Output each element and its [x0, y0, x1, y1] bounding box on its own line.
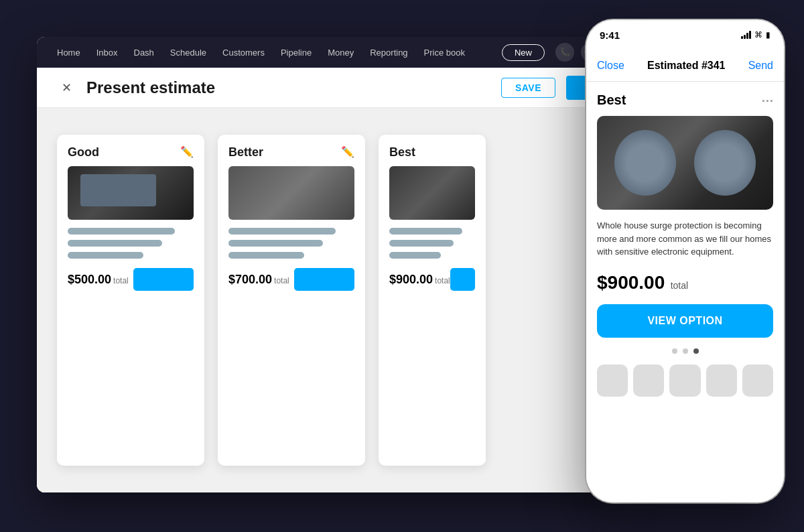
more-options-icon[interactable]: ⋯	[761, 93, 773, 108]
card-line	[228, 240, 323, 247]
better-card-select-button[interactable]	[294, 268, 354, 291]
card-line	[68, 228, 175, 235]
content-area: ✕ Present estimate SAVE Good ✏️ $500.00t…	[37, 68, 613, 492]
battery-icon: ▮	[766, 30, 770, 40]
mobile-section-title: Best ⋯	[597, 92, 773, 108]
best-card-price: $900.00total	[389, 273, 450, 287]
phone-icon[interactable]: 📞	[555, 43, 574, 62]
nav-dash[interactable]: Dash	[127, 45, 161, 60]
pagination-dot-3[interactable]	[693, 348, 699, 354]
best-card-footer: $900.00total	[389, 268, 475, 291]
card-line	[389, 240, 454, 247]
view-option-button[interactable]: VIEW OPTION	[597, 304, 773, 338]
page-title: Present estimate	[86, 78, 490, 97]
best-card-image	[389, 166, 475, 220]
better-card-title: Better	[228, 145, 354, 159]
better-card-price: $700.00total	[228, 273, 289, 287]
thumbnail-row	[597, 364, 773, 397]
mobile-close-button[interactable]: Close	[597, 60, 624, 72]
mobile-price-label: total	[671, 280, 688, 291]
status-bar: 9:41 ⌘ ▮	[586, 20, 784, 50]
good-card-select-button[interactable]	[133, 268, 194, 291]
best-card: Best $900.00total	[379, 135, 486, 466]
best-card-select-button[interactable]	[450, 268, 475, 291]
pagination-dot-1[interactable]	[672, 348, 677, 354]
pagination-dots	[597, 348, 773, 354]
nav-reporting[interactable]: Reporting	[363, 45, 414, 60]
app-header: Close Estimated #341 Send	[586, 50, 784, 82]
pagination-dot-2[interactable]	[683, 348, 688, 354]
good-card-lines	[68, 228, 194, 259]
mobile-price: $900.00	[597, 272, 665, 293]
good-card-price: $500.00total	[68, 273, 129, 287]
good-card-footer: $500.00total	[68, 268, 194, 291]
mobile-content: Best ⋯ Whole house surge protection is b…	[586, 82, 784, 503]
signal-icon	[741, 31, 751, 39]
good-card-title: Good	[68, 145, 194, 159]
card-line	[389, 252, 441, 259]
thumbnail-4[interactable]	[706, 364, 737, 397]
nav-bar: Home Inbox Dash Schedule Customers Pipel…	[37, 37, 613, 68]
status-time: 9:41	[600, 29, 620, 41]
mobile-send-button[interactable]: Send	[748, 60, 773, 72]
better-card: Better ✏️ $700.00total	[218, 135, 365, 466]
nav-money[interactable]: Money	[321, 45, 360, 60]
thumbnail-1[interactable]	[597, 364, 628, 397]
good-card-image	[68, 166, 194, 220]
good-card-edit-icon[interactable]: ✏️	[180, 145, 194, 158]
cards-container: Good ✏️ $500.00total Better ✏️	[37, 108, 613, 492]
nav-home[interactable]: Home	[50, 45, 87, 60]
better-card-image	[228, 166, 354, 220]
nav-customers[interactable]: Customers	[216, 45, 271, 60]
desktop-window: Home Inbox Dash Schedule Customers Pipel…	[37, 37, 613, 492]
mobile-price-section: $900.00 total	[597, 272, 773, 293]
mobile-phone: 9:41 ⌘ ▮ Close Estimated #341 Send Best …	[586, 20, 784, 503]
thumbnail-2[interactable]	[633, 364, 664, 397]
nav-inbox[interactable]: Inbox	[90, 45, 125, 60]
best-card-lines	[389, 228, 475, 259]
page-header: ✕ Present estimate SAVE	[37, 68, 613, 108]
mobile-description: Whole house surge protection is becoming…	[597, 219, 773, 259]
good-card: Good ✏️ $500.00total	[57, 135, 204, 466]
thumbnail-3[interactable]	[669, 364, 700, 397]
card-line	[68, 240, 162, 247]
mobile-header-title: Estimated #341	[624, 60, 748, 72]
nav-pipeline[interactable]: Pipeline	[274, 45, 318, 60]
save-button[interactable]: SAVE	[501, 78, 555, 98]
nav-schedule[interactable]: Schedule	[163, 45, 213, 60]
card-line	[228, 252, 304, 259]
close-button[interactable]: ✕	[57, 78, 76, 97]
best-card-title: Best	[389, 145, 475, 159]
thumbnail-5[interactable]	[742, 364, 773, 397]
card-line	[68, 252, 143, 259]
card-line	[389, 228, 462, 235]
nav-pricebook[interactable]: Price book	[417, 45, 472, 60]
new-button[interactable]: New	[502, 44, 545, 61]
mobile-card-image	[597, 116, 773, 210]
better-card-edit-icon[interactable]: ✏️	[341, 145, 354, 158]
better-card-footer: $700.00total	[228, 268, 354, 291]
card-line	[228, 228, 336, 235]
wifi-icon: ⌘	[754, 30, 762, 40]
better-card-lines	[228, 228, 354, 259]
status-icons: ⌘ ▮	[741, 30, 770, 40]
